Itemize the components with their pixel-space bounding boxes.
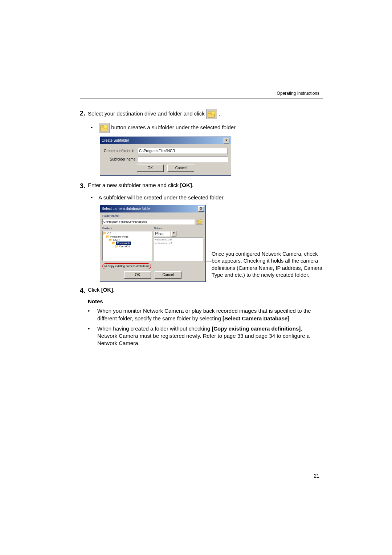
bullet-dot: • <box>91 124 97 131</box>
create-in-input[interactable]: C:\Program Files\NCR <box>138 148 228 154</box>
step2-subitem: • button creates a subfolder under the s… <box>91 123 323 133</box>
folders-label: Folders: <box>102 227 152 231</box>
step4-bold: [OK] <box>101 287 113 293</box>
step-number: 4. <box>80 286 88 295</box>
folder-name-input[interactable]: C:\Program Files\NCR\Panasonic <box>102 219 195 224</box>
tree-node: 📂C:\ <box>103 232 151 235</box>
create-subfolder-dialog: Create Subfolder X Create subfolder in :… <box>100 137 231 176</box>
note-item-1: • When you monitor Network Camera or pla… <box>88 307 323 322</box>
copy-definitions-checkbox[interactable]: ☑ <box>104 264 107 268</box>
dialog-body: Create subfolder in : C:\Program Files\N… <box>100 144 231 175</box>
close-icon[interactable]: X <box>224 138 229 143</box>
svg-point-6 <box>200 219 202 222</box>
folder-tree[interactable]: 📂C:\ 📂Program Files 📂NCR 📂Panasonic 📁Cam… <box>102 231 152 261</box>
step-number: 3. <box>80 182 88 190</box>
bullet-dot: • <box>91 194 97 201</box>
select-folder-dialog: Select camera database folder X Folder n… <box>100 205 206 282</box>
dialog-row-path: Create subfolder in : C:\Program Files\N… <box>103 148 228 154</box>
step3-sub-text: A subfolder will be created under the se… <box>98 194 225 200</box>
tree-node: 📂NCR <box>103 238 151 242</box>
page-header: Operating Instructions <box>277 91 319 96</box>
select-folder-wrap: Select camera database folder X Folder n… <box>100 205 323 282</box>
new-folder-icon[interactable] <box>196 219 203 225</box>
step-body: Enter a new subfolder name and click [OK… <box>88 182 323 190</box>
dialog-title: Create Subfolder <box>102 138 129 143</box>
copy-definitions-highlight: ☑ Copy existing camera definitions <box>102 263 151 270</box>
list-item[interactable]: webcams.bak <box>155 238 203 242</box>
step-3: 3. Enter a new subfolder name and click … <box>80 182 323 190</box>
step2-sub-text: button creates a subfolder under the sel… <box>111 124 237 130</box>
main-content: 2. Select your destination drive and fol… <box>80 109 323 347</box>
drives-row: 💾 c: [] ▼ <box>154 231 203 236</box>
folder-name-row: C:\Program Files\NCR\Panasonic <box>102 219 203 225</box>
svg-rect-1 <box>208 112 211 113</box>
subfolder-name-label: Subfolder name: <box>103 157 138 162</box>
note-text: When you monitor Network Camera or play … <box>97 307 323 322</box>
step2-text-suffix: . <box>219 110 220 117</box>
drive-select[interactable]: 💾 c: [] <box>154 231 170 236</box>
dialog-titlebar: Select camera database folder X <box>100 205 205 212</box>
step-2: 2. Select your destination drive and fol… <box>80 109 323 119</box>
step3-text-b: . <box>192 182 193 188</box>
tree-node-selected: 📂Panasonic <box>103 242 151 245</box>
tree-node: 📁Cam001 <box>103 245 151 248</box>
step4-text-a: Click <box>88 287 101 293</box>
drives-label: Drives: <box>154 227 203 231</box>
header-rule <box>80 98 323 98</box>
bullet-dot: • <box>88 325 97 347</box>
step-number: 2. <box>80 109 88 119</box>
annotation-text: Once you configured Network Camera, chec… <box>206 251 323 282</box>
step3-subitem: • A subfolder will be created under the … <box>91 194 323 201</box>
dialog-body: Folder name: C:\Program Files\NCR\Panaso… <box>100 212 205 281</box>
svg-rect-5 <box>197 220 199 221</box>
dialog-titlebar: Create Subfolder X <box>100 137 231 144</box>
svg-rect-3 <box>101 126 103 127</box>
new-folder-icon <box>206 109 217 119</box>
dialog-button-row: OK Cancel <box>102 271 203 279</box>
copy-definitions-label: Copy existing camera definitions <box>107 264 149 268</box>
step-body: Click [OK]. <box>88 286 323 295</box>
close-icon[interactable]: X <box>198 206 204 212</box>
dialog-button-row: OK Cancel <box>103 165 228 172</box>
list-item[interactable]: webcams.def <box>155 242 203 246</box>
note-text: When having created a folder without che… <box>97 325 323 347</box>
step-body: Select your destination drive and folder… <box>88 109 323 119</box>
notes-list: • When you monitor Network Camera or pla… <box>88 307 323 347</box>
bullet-dot: • <box>88 307 97 322</box>
step-4: 4. Click [OK]. <box>80 286 323 295</box>
tree-node: 📂Program Files <box>103 235 151 238</box>
new-folder-icon <box>99 123 110 133</box>
folders-column: Folders: 📂C:\ 📂Program Files 📂NCR 📂Panas… <box>102 226 152 261</box>
dialog-title: Select camera database folder <box>102 206 151 211</box>
folder-name-label: Folder name: <box>102 214 203 218</box>
step2-text-prefix: Select your destination drive and folder… <box>88 110 206 117</box>
page: Operating Instructions 2. Select your de… <box>0 0 392 555</box>
dialog-columns: Folders: 📂C:\ 📂Program Files 📂NCR 📂Panas… <box>102 226 203 261</box>
note-item-2: • When having created a folder without c… <box>88 325 323 347</box>
page-number: 21 <box>314 473 319 479</box>
cancel-button[interactable]: Cancel <box>155 271 181 279</box>
files-list[interactable]: webcams.bak webcams.def <box>154 237 203 261</box>
chevron-down-icon[interactable]: ▼ <box>171 231 176 236</box>
cancel-button[interactable]: Cancel <box>167 165 194 172</box>
step4-text-b: . <box>113 287 114 293</box>
drives-column: Drives: 💾 c: [] ▼ webcams.bak webcams.de… <box>154 226 203 261</box>
step3-text-a: Enter a new subfolder name and click <box>88 182 180 188</box>
step3-bold: [OK] <box>180 182 192 188</box>
ok-button[interactable]: OK <box>137 165 164 172</box>
dialog-row-name: Subfolder name: <box>103 156 228 162</box>
ok-button[interactable]: OK <box>124 271 151 279</box>
create-in-label: Create subfolder in : <box>103 149 138 154</box>
subfolder-name-input[interactable] <box>138 156 228 162</box>
notes-heading: Notes <box>88 298 323 305</box>
